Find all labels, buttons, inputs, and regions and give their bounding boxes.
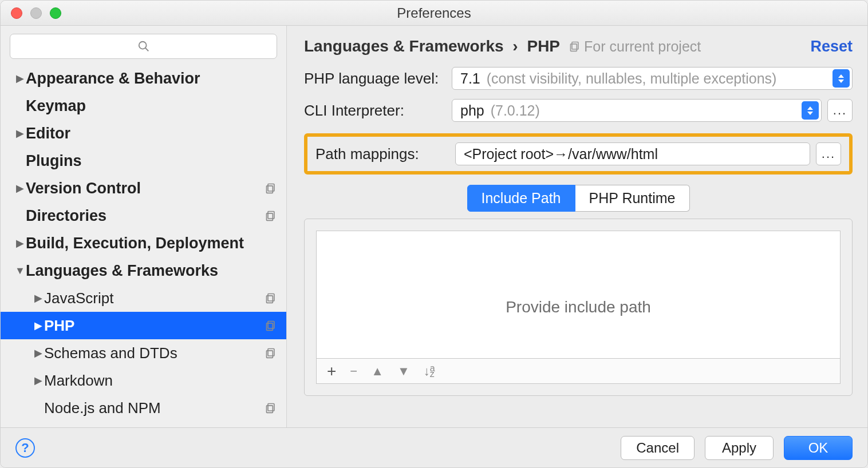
cli-hint: (7.0.12) [491,102,540,118]
remove-button[interactable]: − [350,364,357,379]
path-mappings-value: <Project root>→/var/www/html [464,146,658,162]
tree-item-markdown[interactable]: ▶Markdown [1,367,286,394]
window-title: Preferences [1,5,867,21]
svg-rect-13 [267,406,273,413]
path-mappings-label: Path mappings: [315,145,455,163]
tree-item-label: Plugins [26,152,262,170]
svg-rect-6 [268,294,274,302]
tree-item-label: JavaScript [44,289,262,307]
tree-item-label: Schemas and DTDs [44,344,262,362]
include-path-list[interactable]: Provide include path + − ▲ ▼ ↓az [316,231,841,384]
cli-label: CLI Interpreter: [304,102,452,120]
svg-rect-2 [268,184,274,192]
breadcrumb-part-2: PHP [527,37,560,55]
tree-item-label: Directories [26,207,262,225]
tree-item-javascript[interactable]: ▶JavaScript [1,284,286,312]
disclosure-icon: ▶ [33,292,44,304]
project-scope-label: For current project [584,38,701,55]
tree-item-editor[interactable]: ▶Editor [1,120,286,147]
project-scope-icon [569,41,581,52]
svg-rect-11 [267,351,273,358]
disclosure-icon: ▶ [33,319,44,332]
svg-rect-9 [267,323,273,331]
lang-level-hint: (const visibility, nullables, multiple e… [487,70,777,86]
include-path-panel: Provide include path + − ▲ ▼ ↓az [304,219,853,396]
cancel-button[interactable]: Cancel [621,436,695,460]
tree-item-label: Version Control [26,180,262,197]
disclosure-icon: ▶ [33,347,44,359]
tree-item-languages-frameworks[interactable]: ▼Languages & Frameworks [1,257,286,284]
svg-rect-15 [571,44,577,51]
path-mappings-more-button[interactable]: ... [816,142,841,165]
disclosure-icon: ▼ [14,265,26,277]
ok-button[interactable]: OK [784,436,853,460]
path-mappings-field[interactable]: <Project root>→/var/www/html [455,142,810,165]
reset-link[interactable]: Reset [810,38,853,55]
footer: ? Cancel Apply OK [1,427,867,467]
header-row: Languages & Frameworks › PHP For current… [304,37,853,55]
project-scope-icon [262,210,279,221]
cli-more-button[interactable]: ... [827,99,853,122]
tree-item-label: Node.js and NPM [44,399,262,417]
disclosure-icon: ▶ [14,237,26,249]
svg-line-1 [145,48,148,51]
project-scope-badge: For current project [569,38,701,55]
tree-item-plugins[interactable]: Plugins [1,147,286,174]
sidebar: ▶Appearance & BehaviorKeymap▶EditorPlugi… [1,26,287,427]
tree-item-version-control[interactable]: ▶Version Control [1,174,286,202]
search-icon [137,40,150,53]
tree-item-label: Editor [26,125,262,142]
select-stepper-icon [833,69,850,88]
tree-item-keymap[interactable]: Keymap [1,92,286,120]
tree-item-label: Appearance & Behavior [26,70,262,88]
project-scope-icon [262,183,279,194]
breadcrumb-sep: › [512,37,518,55]
breadcrumb: Languages & Frameworks › PHP [304,37,560,55]
project-scope-icon [262,292,279,304]
disclosure-icon: ▶ [33,374,44,387]
path-mappings-row: Path mappings: <Project root>→/var/www/h… [315,142,841,165]
breadcrumb-part-1: Languages & Frameworks [304,37,504,55]
svg-rect-5 [267,213,273,221]
svg-rect-8 [268,322,274,329]
include-path-placeholder: Provide include path [506,298,651,316]
tree-item-label: Markdown [44,372,262,390]
move-down-button[interactable]: ▼ [397,364,410,379]
project-scope-icon [262,347,279,359]
project-scope-icon [262,320,279,331]
sort-az-button[interactable]: ↓az [424,364,435,379]
include-path-toolbar: + − ▲ ▼ ↓az [317,358,840,383]
tree-item-build-execution-deployment[interactable]: ▶Build, Execution, Deployment [1,229,286,257]
lang-level-row: PHP language level: 7.1 (const visibilit… [304,67,853,90]
help-button[interactable]: ? [15,438,35,458]
path-mappings-highlight: Path mappings: <Project root>→/var/www/h… [304,133,853,174]
lang-level-select[interactable]: 7.1 (const visibility, nullables, multip… [452,67,853,90]
lang-level-value: 7.1 [460,70,480,86]
svg-rect-10 [268,349,274,356]
search-input[interactable] [10,34,277,59]
disclosure-icon: ▶ [14,72,26,85]
tab-include-path[interactable]: Include Path [467,185,575,212]
svg-rect-4 [268,212,274,219]
tree-item-label: Languages & Frameworks [26,262,262,280]
tree-item-appearance-behavior[interactable]: ▶Appearance & Behavior [1,65,286,92]
tree-item-php[interactable]: ▶PHP [1,312,286,339]
lang-level-label: PHP language level: [304,70,452,88]
add-button[interactable]: + [327,362,336,380]
cli-select[interactable]: php (7.0.12) [452,99,822,122]
disclosure-icon: ▶ [14,182,26,195]
tree-item-label: Keymap [26,97,262,115]
tree-item-schemas-and-dtds[interactable]: ▶Schemas and DTDs [1,339,286,367]
move-up-button[interactable]: ▲ [371,364,384,379]
select-stepper-icon [802,101,819,120]
settings-tree[interactable]: ▶Appearance & BehaviorKeymap▶EditorPlugi… [1,65,286,427]
disclosure-icon: ▶ [14,127,26,140]
tree-item-directories[interactable]: Directories [1,202,286,229]
project-scope-icon [262,402,279,414]
cli-row: CLI Interpreter: php (7.0.12) ... [304,99,853,122]
tree-item-label: PHP [44,317,262,335]
tab-php-runtime[interactable]: PHP Runtime [575,185,690,212]
tree-item-node-js-and-npm[interactable]: Node.js and NPM [1,394,286,422]
apply-button[interactable]: Apply [705,436,774,460]
titlebar: Preferences [1,1,867,26]
